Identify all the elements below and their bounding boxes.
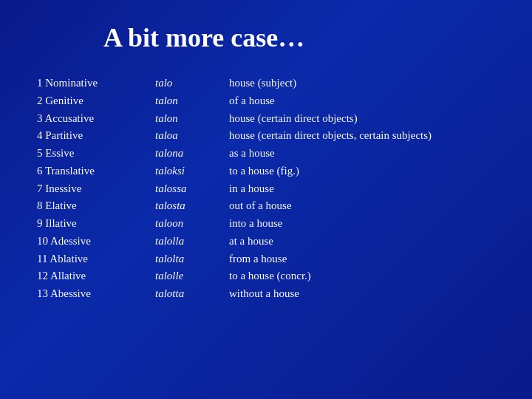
case-number-name: 4 Partitive [37, 128, 155, 144]
table-row: 5 Essivetalonaas a house [37, 146, 495, 162]
case-english: without a house [229, 286, 495, 302]
case-english: house (subject) [229, 75, 495, 92]
table-row: 3 Accusativetalonhouse (certain direct o… [37, 111, 495, 127]
case-english: from a house [229, 251, 495, 267]
case-english: as a house [229, 146, 495, 162]
case-english: of a house [229, 93, 495, 109]
case-finnish: taloksi [155, 163, 229, 180]
table-row: 6 Translativetaloksito a house (fig.) [37, 163, 495, 180]
case-number-name: 2 Genitive [37, 93, 155, 109]
case-finnish: talon [155, 111, 229, 127]
table-row: 2 Genitivetalonof a house [37, 93, 495, 109]
table-row: 12 Allativetalolleto a house (concr.) [37, 268, 495, 284]
case-english: at a house [229, 233, 495, 250]
table-row: 8 Elativetalostaout of a house [37, 198, 495, 214]
table-row: 4 Partitivetaloahouse (certain direct ob… [37, 128, 495, 144]
case-finnish: taloon [155, 216, 229, 232]
case-number-name: 12 Allative [37, 268, 155, 284]
table-row: 13 Abessivetalottawithout a house [37, 286, 495, 302]
case-finnish: talona [155, 146, 229, 162]
case-finnish: talon [155, 93, 229, 109]
case-number-name: 13 Abessive [37, 286, 155, 302]
case-number-name: 10 Adessive [37, 233, 155, 250]
case-number-name: 6 Translative [37, 163, 155, 180]
case-finnish: talolla [155, 233, 229, 250]
case-number-name: 5 Essive [37, 146, 155, 162]
case-finnish: talo [155, 75, 229, 92]
case-finnish: talossa [155, 181, 229, 197]
case-finnish: talosta [155, 198, 229, 214]
case-finnish: talolta [155, 251, 229, 267]
case-number-name: 1 Nominative [37, 75, 155, 92]
table-row: 10 Adessivetalollaat a house [37, 233, 495, 250]
case-number-name: 7 Inessive [37, 181, 155, 197]
case-number-name: 8 Elative [37, 198, 155, 214]
table-row: 7 Inessivetalossain a house [37, 181, 495, 197]
slide: A bit more case… 1 Nominativetalohouse (… [0, 0, 532, 399]
case-number-name: 3 Accusative [37, 111, 155, 127]
slide-title: A bit more case… [37, 22, 495, 53]
case-finnish: talotta [155, 286, 229, 302]
case-number-name: 11 Ablative [37, 251, 155, 267]
case-number-name: 9 Illative [37, 216, 155, 232]
case-english: to a house (concr.) [229, 268, 495, 284]
case-english: to a house (fig.) [229, 163, 495, 180]
table-row: 1 Nominativetalohouse (subject) [37, 75, 495, 92]
case-english: out of a house [229, 198, 495, 214]
case-english: house (certain direct objects, certain s… [229, 128, 495, 144]
case-english: in a house [229, 181, 495, 197]
case-finnish: taloa [155, 128, 229, 144]
table-row: 9 Illativetalooninto a house [37, 216, 495, 232]
case-finnish: talolle [155, 268, 229, 284]
case-english: house (certain direct objects) [229, 111, 495, 127]
table-row: 11 Ablativetaloltafrom a house [37, 251, 495, 267]
cases-table: 1 Nominativetalohouse (subject)2 Genitiv… [37, 75, 495, 377]
case-english: into a house [229, 216, 495, 232]
